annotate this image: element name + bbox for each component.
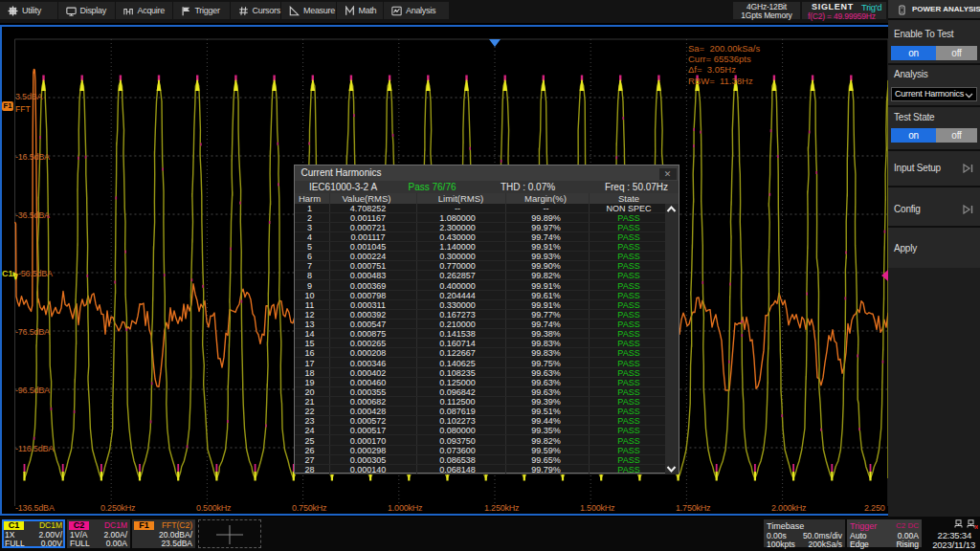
svg-text:x: x — [974, 522, 978, 530]
